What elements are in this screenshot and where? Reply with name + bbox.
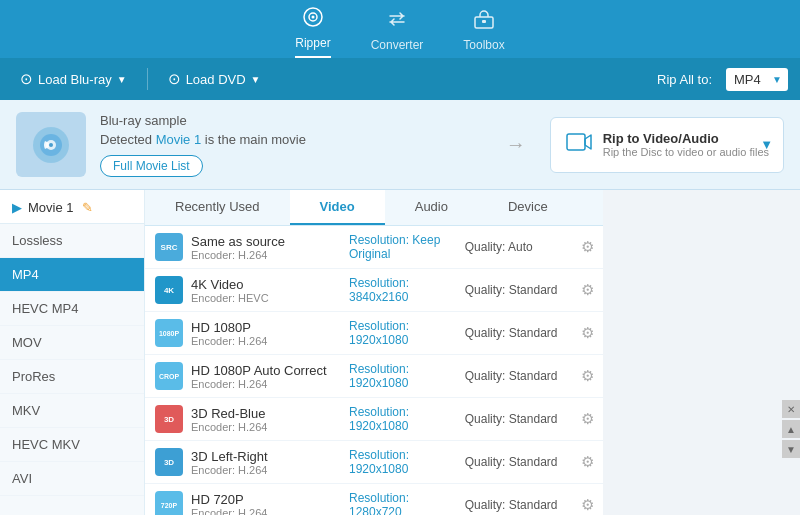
ripper-icon bbox=[302, 6, 324, 33]
format-quality: Quality: Standard bbox=[465, 326, 573, 340]
settings-icon[interactable]: ⚙ bbox=[581, 453, 594, 471]
format-resolution: Resolution: 1920x1080 bbox=[349, 319, 457, 347]
svg-point-8 bbox=[49, 143, 53, 147]
format-name-col: HD 1080P Encoder: H.264 bbox=[191, 320, 341, 347]
format-mp4[interactable]: MP4 bbox=[0, 258, 144, 292]
settings-icon[interactable]: ⚙ bbox=[581, 367, 594, 385]
format-icon: SRC bbox=[155, 233, 183, 261]
format-avi[interactable]: AVI bbox=[0, 462, 144, 496]
right-content: Recently Used Video Audio Device SRC Sam… bbox=[145, 190, 603, 515]
disc-icon-box bbox=[16, 112, 86, 177]
rip-box[interactable]: Rip to Video/Audio Rip the Disc to video… bbox=[550, 117, 784, 173]
format-quality: Quality: Standard bbox=[465, 498, 573, 512]
format-icon: 4K bbox=[155, 276, 183, 304]
format-quality: Quality: Standard bbox=[465, 412, 573, 426]
settings-icon[interactable]: ⚙ bbox=[581, 496, 594, 514]
format-table: SRC Same as source Encoder: H.264 Resolu… bbox=[145, 226, 603, 515]
toolbox-icon bbox=[473, 8, 495, 35]
table-row: 3D 3D Left-Right Encoder: H.264 Resoluti… bbox=[145, 441, 603, 484]
tab-video[interactable]: Video bbox=[290, 190, 385, 225]
movie-play-icon: ▶ bbox=[12, 200, 22, 215]
format-icon: 3D bbox=[155, 405, 183, 433]
detected-suffix: is the main movie bbox=[201, 132, 306, 147]
rip-title: Rip to Video/Audio bbox=[603, 131, 769, 146]
format-hevc-mkv[interactable]: HEVC MKV bbox=[0, 428, 144, 462]
format-icon: 1080P bbox=[155, 319, 183, 347]
format-quality: Quality: Standard bbox=[465, 455, 573, 469]
collapse-up-button[interactable]: ▲ bbox=[782, 420, 800, 438]
format-resolution: Resolution: 1920x1080 bbox=[349, 448, 457, 476]
format-resolution: Resolution: Keep Original bbox=[349, 233, 457, 261]
svg-point-2 bbox=[311, 16, 314, 19]
nav-converter[interactable]: Converter bbox=[371, 8, 424, 58]
format-icon: 720P bbox=[155, 491, 183, 515]
format-encoder: Encoder: H.264 bbox=[191, 378, 341, 390]
sidebar-controls: ✕ ▲ ▼ bbox=[782, 400, 800, 458]
movie-edit-icon[interactable]: ✎ bbox=[82, 200, 93, 215]
left-sidebar: ▶ Movie 1 ✎ Lossless MP4 HEVC MP4 MOV Pr… bbox=[0, 190, 145, 515]
movie-label: ▶ Movie 1 ✎ bbox=[0, 190, 144, 224]
table-row: 4K 4K Video Encoder: HEVC Resolution: 38… bbox=[145, 269, 603, 312]
format-name-col: 4K Video Encoder: HEVC bbox=[191, 277, 341, 304]
detected-info: Detected Movie 1 is the main movie bbox=[100, 132, 482, 147]
load-bluray-arrow: ▼ bbox=[117, 74, 127, 85]
format-prores[interactable]: ProRes bbox=[0, 360, 144, 394]
info-panel: Blu-ray sample Detected Movie 1 is the m… bbox=[0, 100, 800, 190]
settings-icon[interactable]: ⚙ bbox=[581, 281, 594, 299]
format-encoder: Encoder: H.264 bbox=[191, 464, 341, 476]
rip-video-icon bbox=[565, 128, 593, 162]
format-name: 3D Left-Right bbox=[191, 449, 341, 464]
table-row: 3D 3D Red-Blue Encoder: H.264 Resolution… bbox=[145, 398, 603, 441]
rip-box-dropdown-icon: ▼ bbox=[760, 137, 773, 152]
blu-ray-disc-icon bbox=[29, 123, 73, 167]
format-mkv[interactable]: MKV bbox=[0, 394, 144, 428]
format-hevc-mp4[interactable]: HEVC MP4 bbox=[0, 292, 144, 326]
settings-icon[interactable]: ⚙ bbox=[581, 324, 594, 342]
load-dvd-button[interactable]: ⊙ Load DVD ▼ bbox=[160, 66, 269, 92]
format-name: HD 720P bbox=[191, 492, 341, 507]
rip-all-wrapper: MP4 MKV MOV AVI ▼ bbox=[726, 68, 788, 91]
table-row: 1080P HD 1080P Encoder: H.264 Resolution… bbox=[145, 312, 603, 355]
format-quality: Quality: Standard bbox=[465, 283, 573, 297]
rip-box-text: Rip to Video/Audio Rip the Disc to video… bbox=[603, 131, 769, 158]
settings-icon[interactable]: ⚙ bbox=[581, 410, 594, 428]
nav-ripper[interactable]: Ripper bbox=[295, 6, 330, 58]
format-quality: Quality: Auto bbox=[465, 240, 573, 254]
load-dvd-arrow: ▼ bbox=[251, 74, 261, 85]
main-wrapper: ▶ Movie 1 ✎ Lossless MP4 HEVC MP4 MOV Pr… bbox=[0, 190, 800, 515]
format-name-col: HD 720P Encoder: H.264 bbox=[191, 492, 341, 516]
nav-ripper-label: Ripper bbox=[295, 36, 330, 50]
format-lossless[interactable]: Lossless bbox=[0, 224, 144, 258]
detected-movie: Movie 1 bbox=[156, 132, 202, 147]
converter-icon bbox=[386, 8, 408, 35]
rip-subtitle: Rip the Disc to video or audio files bbox=[603, 146, 769, 158]
tab-device[interactable]: Device bbox=[478, 190, 578, 225]
rip-all-select[interactable]: MP4 MKV MOV AVI bbox=[726, 68, 788, 91]
format-name-col: 3D Left-Right Encoder: H.264 bbox=[191, 449, 341, 476]
nav-toolbox-label: Toolbox bbox=[463, 38, 504, 52]
format-name: Same as source bbox=[191, 234, 341, 249]
svg-rect-4 bbox=[482, 20, 486, 23]
close-panel-button[interactable]: ✕ bbox=[782, 400, 800, 418]
format-name-col: HD 1080P Auto Correct Encoder: H.264 bbox=[191, 363, 341, 390]
format-resolution: Resolution: 1280x720 bbox=[349, 491, 457, 515]
format-mov[interactable]: MOV bbox=[0, 326, 144, 360]
nav-toolbox[interactable]: Toolbox bbox=[463, 8, 504, 58]
load-dvd-label: Load DVD bbox=[186, 72, 246, 87]
format-name: 4K Video bbox=[191, 277, 341, 292]
settings-icon[interactable]: ⚙ bbox=[581, 238, 594, 256]
info-text: Blu-ray sample Detected Movie 1 is the m… bbox=[100, 113, 482, 177]
collapse-down-button[interactable]: ▼ bbox=[782, 440, 800, 458]
load-bluray-button[interactable]: ⊙ Load Blu-ray ▼ bbox=[12, 66, 135, 92]
nav-converter-label: Converter bbox=[371, 38, 424, 52]
format-encoder: Encoder: H.264 bbox=[191, 335, 341, 347]
detected-prefix: Detected bbox=[100, 132, 156, 147]
tab-audio[interactable]: Audio bbox=[385, 190, 478, 225]
format-encoder: Encoder: H.264 bbox=[191, 421, 341, 433]
format-encoder: Encoder: H.264 bbox=[191, 507, 341, 516]
toolbar: ⊙ Load Blu-ray ▼ ⊙ Load DVD ▼ Rip All to… bbox=[0, 58, 800, 100]
tab-recently-used[interactable]: Recently Used bbox=[145, 190, 290, 225]
table-row: SRC Same as source Encoder: H.264 Resolu… bbox=[145, 226, 603, 269]
format-quality: Quality: Standard bbox=[465, 369, 573, 383]
full-movie-list-button[interactable]: Full Movie List bbox=[100, 155, 203, 177]
